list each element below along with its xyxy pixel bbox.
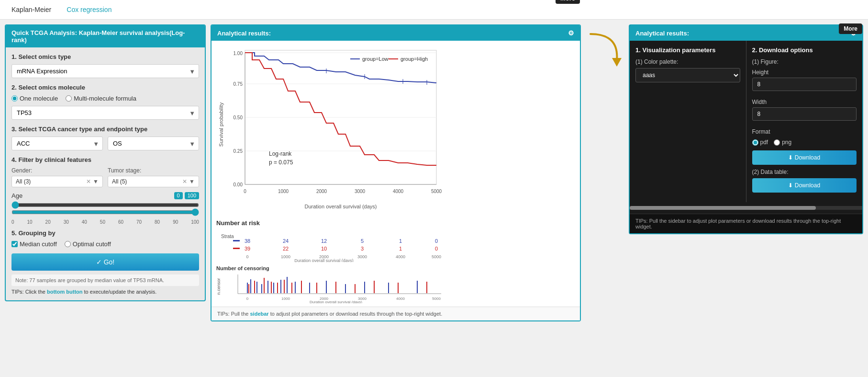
svg-text:0: 0 (246, 254, 248, 259)
right-content: 1. Visualization parameters (1) Color pa… (630, 41, 862, 202)
svg-text:Log-rank: Log-rank (269, 150, 292, 157)
svg-text:2000: 2000 (316, 189, 327, 194)
settings-icon[interactable]: ⚙ (568, 29, 574, 37)
tumor-col: Tumor stage: All (5) ✕ ▼ (108, 167, 199, 187)
age-max-slider[interactable] (11, 208, 199, 216)
km-chart-svg: group=Low group=High Survival probabilit… (216, 46, 451, 213)
gender-col: Gender: All (3) ✕ ▼ (11, 167, 103, 187)
grouping-options: Median cutoff Optimal cutoff (11, 240, 199, 248)
more-button-right[interactable]: More (839, 23, 862, 34)
width-input[interactable] (752, 107, 857, 121)
step2-label: 2. Select omics molecule (11, 84, 199, 91)
svg-text:4000: 4000 (396, 297, 405, 301)
tumor-arrow-icon[interactable]: ▼ (189, 178, 195, 185)
svg-rect-33 (233, 248, 240, 249)
svg-text:0.75: 0.75 (234, 81, 243, 87)
scrollbar-thumb[interactable] (630, 206, 816, 210)
scrollbar-area (630, 206, 862, 210)
nav-kaplan-meier[interactable]: Kaplan-Meier (8, 4, 55, 15)
svg-text:0: 0 (435, 238, 438, 244)
svg-text:39: 39 (245, 246, 250, 251)
middle-panel-header: Analytical results: ⚙ (211, 25, 580, 41)
tumor-clear-icon[interactable]: ✕ (182, 178, 187, 185)
svg-text:Duration overall survival (day: Duration overall survival (days) (310, 300, 362, 303)
age-section-label: Age (11, 192, 22, 199)
molecule-radio-group: One molecule Multi-molecule formula (11, 95, 199, 102)
main-layout: Quick TCGA Analysis: Kaplan-Meier surviv… (0, 20, 868, 376)
svg-text:Survival probability: Survival probability (218, 102, 224, 147)
height-field-label: Height (752, 69, 857, 76)
risk-table-svg: Strata 38 24 12 5 1 0 39 22 10 3 1 (216, 228, 451, 262)
risk-title: Number at risk (216, 219, 575, 227)
step3-label: 3. Select TCGA cancer type and endpoint … (11, 126, 199, 133)
km-chart-area: group=Low group=High Survival probabilit… (211, 41, 580, 219)
multi-molecule-radio[interactable]: Multi-molecule formula (66, 95, 136, 102)
omics-type-select-wrapper: mRNA Expression ▼ (11, 64, 199, 78)
svg-text:group=Low: group=Low (362, 56, 389, 62)
datatable-label: (2) Data table: (752, 169, 857, 175)
viz-params-section: 1. Visualization parameters (1) Color pa… (630, 41, 746, 202)
svg-text:1.00: 1.00 (234, 51, 243, 56)
top-nav: Kaplan-Meier Cox regression (0, 0, 868, 20)
svg-text:5000: 5000 (432, 254, 441, 259)
png-format-radio[interactable]: png (774, 139, 791, 146)
go-button[interactable]: ✓ Go! (11, 253, 199, 271)
step1-label: 1. Select omics type (11, 53, 199, 60)
omics-type-select[interactable]: mRNA Expression (11, 64, 199, 78)
pdf-format-radio[interactable]: pdf (752, 139, 768, 146)
left-panel: Quick TCGA Analysis: Kaplan-Meier surviv… (5, 24, 206, 301)
gender-label: Gender: (11, 167, 103, 174)
svg-text:4000: 4000 (393, 189, 404, 194)
more-button-middle[interactable]: More (556, 0, 580, 4)
median-cutoff-checkbox[interactable]: Median cutoff (11, 240, 57, 248)
left-panel-title: Quick TCGA Analysis: Kaplan-Meier surviv… (6, 25, 205, 47)
svg-text:5000: 5000 (432, 297, 441, 301)
svg-text:3000: 3000 (355, 189, 366, 194)
age-min-slider[interactable] (11, 201, 199, 209)
figure-label: (1) Figure: (752, 58, 857, 65)
optimal-cutoff-radio[interactable]: Optimal cutoff (65, 240, 111, 248)
svg-text:1000: 1000 (281, 254, 290, 259)
format-field-label: Format (752, 128, 857, 135)
endpoint-col: OS ▼ (108, 137, 199, 150)
age-section: Age 0 100 0102030405060708090100 (11, 192, 199, 225)
middle-panel-title: Analytical results: (217, 30, 271, 37)
section2-heading: 2. Download options (752, 46, 857, 54)
molecule-select[interactable]: TP53 (11, 106, 199, 120)
age-ticks: 0102030405060708090100 (11, 219, 199, 225)
svg-text:24: 24 (283, 238, 289, 244)
figure-download-button[interactable]: ⬇ Download (752, 150, 857, 165)
age-labels: Age 0 100 (11, 192, 199, 199)
step5-label: 5. Grouping by (11, 229, 199, 237)
color-palette-select[interactable]: aaas (635, 68, 740, 82)
step4-label: 4. Filter by clinical features (11, 156, 199, 163)
censor-svg: n.censor (216, 272, 451, 303)
nav-cox-regression[interactable]: Cox regression (63, 4, 115, 15)
gender-select[interactable]: All (3) ✕ ▼ (11, 176, 103, 187)
tumor-select[interactable]: All (5) ✕ ▼ (108, 176, 199, 187)
svg-text:0.50: 0.50 (234, 115, 243, 120)
svg-text:22: 22 (283, 246, 289, 251)
svg-text:5: 5 (361, 238, 364, 244)
censor-title: Number of censoring (216, 265, 575, 271)
gender-clear-icon[interactable]: ✕ (86, 178, 91, 185)
datatable-download-button[interactable]: ⬇ Download (752, 178, 857, 193)
tips-text: TIPs: Click the bottom button to execute… (11, 289, 199, 295)
cancer-type-select[interactable]: ACC (11, 137, 103, 150)
svg-text:1000: 1000 (278, 189, 289, 194)
gender-arrow-icon[interactable]: ▼ (93, 178, 99, 185)
age-min-badge: 0 (174, 192, 183, 199)
svg-text:1: 1 (399, 238, 402, 244)
svg-text:Duration overall survival (day: Duration overall survival (days) (294, 258, 354, 262)
svg-text:0.25: 0.25 (234, 149, 243, 154)
svg-text:p = 0.075: p = 0.075 (269, 159, 293, 166)
svg-rect-32 (233, 240, 240, 241)
endpoint-select[interactable]: OS (108, 137, 199, 150)
width-field-label: Width (752, 99, 857, 105)
right-panel-footer: TIPs: Pull the sidebar to adjust plot pa… (630, 214, 862, 233)
cancer-endpoint-row: ACC ▼ OS ▼ (11, 137, 199, 150)
svg-text:Strata: Strata (221, 234, 234, 239)
height-input[interactable] (752, 78, 857, 91)
filter-row: Gender: All (3) ✕ ▼ Tumor stage: All (5)… (11, 167, 199, 187)
one-molecule-radio[interactable]: One molecule (11, 95, 58, 102)
